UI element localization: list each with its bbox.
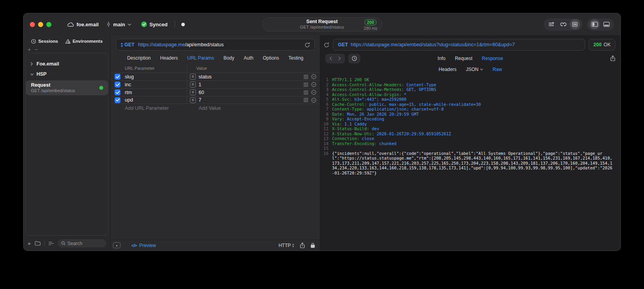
sidebar-toggle-icon[interactable]	[589, 19, 600, 29]
param-enabled-checkbox[interactable]	[115, 74, 120, 80]
response-status-pill: 200 OK	[589, 39, 615, 51]
method-selector[interactable]: GET	[120, 42, 135, 47]
reorder-icon[interactable]	[303, 75, 308, 79]
share-icon[interactable]	[300, 242, 305, 249]
minimize-window-button[interactable]	[38, 22, 43, 27]
request-tab-options[interactable]: Options	[263, 55, 279, 61]
param-value[interactable]: 60	[199, 90, 301, 95]
sidebar-group-foe-email[interactable]: Foe.email	[26, 59, 108, 69]
sent-request-url[interactable]: GET https://statuspage.me/api/embed/stat…	[333, 39, 585, 51]
resend-icon[interactable]	[324, 42, 329, 48]
request-tab-body[interactable]: Body	[224, 55, 234, 61]
param-enabled-checkbox[interactable]	[115, 97, 120, 103]
param-enabled-checkbox[interactable]	[115, 89, 120, 95]
param-name[interactable]: rtm	[125, 90, 187, 95]
equals-icon: =	[190, 82, 196, 87]
status-text: OK	[604, 42, 611, 47]
add-parameter-placeholder[interactable]: Add URL Parameter	[115, 105, 187, 111]
sidebar-group-hsp[interactable]: HSP	[26, 69, 108, 79]
project-menu[interactable]: foe.email	[67, 22, 99, 27]
bottom-panel-toggle-icon[interactable]	[601, 19, 611, 29]
new-folder-icon[interactable]	[35, 241, 41, 246]
response-tabs: InfoRequestResponse	[438, 56, 503, 61]
import-export-icon[interactable]	[570, 19, 580, 29]
param-name[interactable]: inc	[125, 82, 187, 87]
sync-status[interactable]: Synced	[141, 21, 168, 27]
response-code[interactable]: 1HTTP/1.1 200 OK2Access-Control-Allow-He…	[320, 75, 620, 251]
request-tab-url-params[interactable]: URL Params	[187, 55, 214, 61]
response-tab-request[interactable]: Request	[455, 56, 473, 61]
equals-icon: =	[190, 74, 196, 80]
param-value[interactable]: 7	[199, 97, 301, 103]
remove-row-icon[interactable]	[311, 90, 316, 95]
loop-icon[interactable]	[558, 19, 568, 29]
close-window-button[interactable]	[30, 22, 35, 27]
request-flow-icon[interactable]	[546, 19, 556, 29]
request-tab-auth[interactable]: Auth	[244, 55, 254, 61]
reorder-icon[interactable]	[303, 98, 308, 102]
remove-row-icon[interactable]	[311, 98, 316, 103]
lock-icon[interactable]	[310, 242, 315, 248]
view-options-icon[interactable]	[48, 241, 54, 246]
sessions-history-icon	[31, 39, 36, 44]
response-line: 7Content-Type: application/json; charset…	[320, 107, 620, 112]
param-name[interactable]: slug	[125, 74, 187, 80]
forward-icon[interactable]	[338, 56, 341, 61]
request-url-bar[interactable]: GET https://statuspage.me/api/embed/stat…	[116, 39, 315, 51]
param-value[interactable]: 1	[199, 82, 301, 87]
equals-icon: =	[190, 97, 196, 103]
tab-environments[interactable]: Environments	[65, 39, 103, 44]
remove-row-icon[interactable]	[311, 82, 316, 87]
sent-method: GET	[338, 42, 348, 47]
request-tab-headers[interactable]: Headers	[160, 55, 178, 61]
add-session-button[interactable]: +	[28, 48, 31, 52]
tab-sessions-label: Sessions	[38, 39, 58, 44]
status-code: 200	[593, 42, 602, 47]
back-icon[interactable]	[329, 56, 332, 61]
response-tab-info[interactable]: Info	[438, 56, 445, 61]
export-response-icon[interactable]	[610, 55, 615, 62]
sidebar: Sessions Environments + −	[24, 35, 111, 251]
protocol-selector[interactable]: HTTP	[279, 243, 294, 248]
request-item-title: Request	[31, 82, 103, 88]
preview-button[interactable]: </> Preview	[131, 243, 156, 248]
history-nav-group	[325, 54, 345, 64]
add-param-row: Add URL Parameter Add Value	[111, 104, 320, 112]
reorder-icon[interactable]	[303, 90, 308, 95]
request-tab-description[interactable]: Description	[127, 55, 151, 61]
branch-selector[interactable]: main	[106, 21, 131, 27]
branch-name: main	[113, 22, 125, 27]
remove-row-icon[interactable]	[311, 74, 316, 79]
add-value-placeholder[interactable]: Add Value	[187, 105, 320, 111]
add-request-button[interactable]: +	[27, 240, 31, 247]
param-row: rtm=60	[111, 88, 320, 96]
params-table-header: URL Parameter Value	[111, 64, 320, 73]
preview-label: Preview	[139, 243, 156, 248]
search-input[interactable]: Search	[58, 239, 106, 247]
toolbar-group-tools	[544, 18, 583, 31]
param-enabled-checkbox[interactable]	[115, 82, 120, 87]
request-editor: GET https://statuspage.me/api/embed/stat…	[111, 35, 320, 251]
titlebar: foe.email main Synced Sent Request	[24, 13, 620, 35]
request-tabs: DescriptionHeadersURL ParamsBodyAuthOpti…	[111, 52, 320, 64]
response-tab-response[interactable]: Response	[482, 56, 503, 61]
reorder-icon[interactable]	[303, 82, 308, 87]
tab-sessions[interactable]: Sessions	[31, 39, 58, 44]
remove-session-button[interactable]: −	[35, 48, 38, 52]
param-value[interactable]: status	[199, 74, 301, 80]
collapse-panel-button[interactable]: ▲	[113, 242, 120, 248]
response-subtab-raw[interactable]: Raw	[493, 67, 502, 72]
response-subtab-headers[interactable]: Headers	[439, 67, 456, 72]
project-name: foe.email	[77, 22, 99, 27]
zoom-window-button[interactable]	[46, 22, 51, 27]
history-clock-icon[interactable]	[348, 54, 360, 64]
sidebar-item-request[interactable]: Request GET /api/embed/status	[26, 80, 108, 95]
response-subtab-json[interactable]: JSON	[466, 67, 483, 72]
param-name[interactable]: upd	[125, 97, 187, 103]
toolbar-group-panels	[587, 18, 614, 31]
environments-icon	[65, 39, 71, 44]
send-reload-icon[interactable]	[305, 42, 310, 48]
request-tab-testing[interactable]: Testing	[288, 55, 303, 61]
protocol-label: HTTP	[279, 243, 291, 248]
request-summary-pill[interactable]: Sent Request GET /api/embed/status 200 2…	[262, 17, 382, 31]
